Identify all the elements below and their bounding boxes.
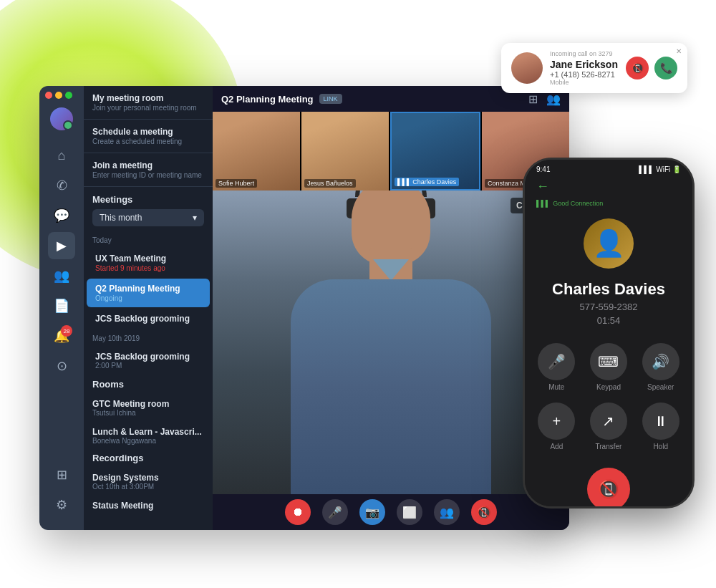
participants-view-icon[interactable]: 👥 — [546, 92, 561, 106]
meeting-item-jcs-today[interactable]: JCS Backlog grooming — [87, 309, 210, 329]
jesus-name-tag: Jesus Bañuelos — [304, 179, 356, 188]
phone-caller-avatar: 👤 — [584, 218, 634, 269]
jcs-may-time: 2:00 PM — [95, 362, 201, 370]
notification-badge: 28 — [61, 325, 72, 337]
phone-add-label: Add — [550, 443, 563, 450]
schedule-meeting-sub: Create a scheduled meeting — [92, 138, 204, 145]
gtc-room-title: GTC Meeting room — [92, 399, 204, 409]
sofie-name-tag: Sofie Hubert — [216, 179, 257, 188]
accept-call-button[interactable]: 📞 — [654, 57, 677, 79]
phone-back-button[interactable]: ← — [536, 179, 549, 194]
video-area: Q2 Planning Meeting LINK ⊞ 👥 Sofie Huber… — [213, 86, 569, 530]
phone-signal-icon: ▌▌▌ WiFi 🔋 — [639, 165, 681, 173]
sidebar-item-grid[interactable]: ⊞ — [48, 461, 75, 488]
close-traffic-light[interactable] — [45, 92, 52, 99]
gtc-room-sub: Tsutsui Ichina — [92, 409, 204, 417]
sidebar-item-bell[interactable]: 🔔 28 — [48, 322, 75, 350]
user-avatar[interactable] — [50, 107, 73, 130]
room-item-gtc[interactable]: GTC Meeting room Tsutsui Ichina — [84, 394, 213, 422]
signal-bars-icon: ▌▌▌ — [536, 200, 550, 207]
record-button[interactable]: ⏺ — [285, 499, 311, 525]
phone-keypad-label: Keypad — [596, 383, 621, 391]
ux-meeting-status: Started 9 minutes ago — [95, 264, 201, 272]
phone-status-bar: 9:41 ▌▌▌ WiFi 🔋 — [536, 165, 681, 173]
connection-status: ▌▌▌ Good Connection — [536, 200, 603, 207]
meeting-item-jcs-may[interactable]: JCS Backlog grooming 2:00 PM — [87, 347, 210, 375]
sidebar-item-settings[interactable]: ⚙ — [48, 491, 75, 519]
sidebar-item-contacts[interactable]: 👥 — [48, 262, 75, 289]
call-type: Mobile — [550, 79, 620, 86]
phone-time: 9:41 — [536, 165, 550, 173]
lunch-room-title: Lunch & Learn - Javascri... — [92, 427, 204, 437]
phone-hold-icon: ⏸ — [642, 403, 679, 440]
my-meeting-room-sub: Join your personal meeting room — [92, 104, 204, 112]
today-label: Today — [84, 232, 213, 247]
phone-transfer-label: Transfer — [596, 443, 622, 450]
caller-name: Jane Erickson — [550, 59, 620, 70]
participant-thumb-sofie[interactable]: Sofie Hubert — [213, 112, 300, 191]
phone-device: 9:41 ▌▌▌ WiFi 🔋 ← ▌▌▌ Good Connection 👤 … — [523, 158, 695, 509]
sidebar-bottom: ⊞ ⚙ — [48, 461, 75, 530]
mute-button[interactable]: 🎤 — [322, 499, 348, 525]
phone-keypad-button[interactable]: ⌨ Keypad — [589, 343, 629, 391]
my-meeting-room-action[interactable]: My meeting room Join your personal meeti… — [84, 86, 213, 120]
lunch-room-sub: Bonelwa Nggawana — [92, 437, 204, 445]
sidebar-item-chat[interactable]: 💬 — [48, 202, 75, 229]
sidebar: ⌂ ✆ 💬 ▶ 👥 📄 🔔 28 ⊙ ⊞ ⚙ — [39, 86, 84, 530]
sidebar-item-phone[interactable]: ✆ — [48, 172, 75, 199]
minimize-traffic-light[interactable] — [55, 92, 62, 99]
video-controls: ⏺ 🎤 📷 ⬜ 👥 📵 — [213, 494, 569, 530]
grid-view-icon[interactable]: ⊞ — [528, 92, 538, 106]
participants-row: Sofie Hubert Jesus Bañuelos ▌▌▌ Charles … — [213, 112, 569, 191]
caller-avatar — [511, 52, 543, 84]
join-meeting-action[interactable]: Join a meeting Enter meeting ID or meeti… — [84, 153, 213, 187]
phone-transfer-icon: ↗ — [590, 403, 627, 440]
topbar-icons: ⊞ 👥 — [528, 92, 561, 106]
phone-speaker-icon: 🔊 — [642, 343, 679, 380]
jcs-may-title: JCS Backlog grooming — [95, 352, 201, 362]
phone-mute-button[interactable]: 🎤 Mute — [536, 343, 577, 391]
phone-hold-button[interactable]: ⏸ Hold — [640, 403, 681, 450]
phone-speaker-button[interactable]: 🔊 Speaker — [640, 343, 681, 391]
decline-call-button[interactable]: 📵 — [626, 57, 649, 79]
main-video: Charles D — [213, 191, 569, 494]
meeting-item-ux-team[interactable]: UX Team Meeting Started 9 minutes ago — [87, 249, 210, 277]
meetings-filter-dropdown[interactable]: This month ▾ — [92, 209, 204, 226]
end-call-button[interactable]: 📵 — [471, 499, 497, 525]
phone-add-icon: + — [538, 403, 575, 440]
my-meeting-room-title: My meeting room — [92, 93, 204, 103]
phone-speaker-label: Speaker — [647, 383, 674, 391]
phone-add-button[interactable]: + Add — [536, 403, 577, 450]
add-participants-button[interactable]: 👥 — [434, 499, 460, 525]
notif-content: Incoming call on 3279 Jane Erickson +1 (… — [550, 50, 620, 86]
maximize-traffic-light[interactable] — [65, 92, 72, 99]
room-item-lunch[interactable]: Lunch & Learn - Javascri... Bonelwa Ngga… — [84, 422, 213, 450]
sidebar-item-video[interactable]: ▶ — [48, 232, 75, 259]
phone-keypad-icon: ⌨ — [590, 343, 627, 380]
design-recording-sub: Oct 10th at 3:00PM — [92, 483, 204, 491]
charles-name-tag: ▌▌▌ Charles Davies — [395, 178, 459, 186]
schedule-meeting-action[interactable]: Schedule a meeting Create a scheduled me… — [84, 120, 213, 153]
recordings-section-title: Recordings — [84, 450, 213, 468]
recording-item-status[interactable]: Status Meeting — [84, 496, 213, 516]
q2-meeting-title: Q2 Planning Meeting — [95, 284, 201, 294]
participant-thumb-jesus[interactable]: Jesus Bañuelos — [301, 112, 389, 191]
notif-close-icon[interactable]: ✕ — [676, 47, 682, 55]
sidebar-item-voicemail[interactable]: ⊙ — [48, 352, 75, 380]
screen-share-button[interactable]: ⬜ — [397, 499, 422, 525]
phone-transfer-button[interactable]: ↗ Transfer — [589, 403, 629, 450]
desktop-app: ⌂ ✆ 💬 ▶ 👥 📄 🔔 28 ⊙ ⊞ ⚙ My meeting room J… — [39, 86, 569, 530]
participant-thumb-charles[interactable]: ▌▌▌ Charles Davies — [390, 112, 480, 191]
video-button[interactable]: 📷 — [359, 499, 385, 525]
phone-caller-name: Charles Davies — [552, 280, 665, 299]
sidebar-item-files[interactable]: 📄 — [48, 292, 75, 319]
meetings-section-title: Meetings — [84, 187, 213, 209]
sidebar-item-home[interactable]: ⌂ — [48, 142, 75, 169]
incoming-call-notification: ✕ Incoming call on 3279 Jane Erickson +1… — [501, 43, 687, 93]
recording-item-design[interactable]: Design Systems Oct 10th at 3:00PM — [84, 468, 213, 496]
phone-end-call-button[interactable]: 📵 — [587, 468, 630, 509]
design-recording-title: Design Systems — [92, 473, 204, 483]
meeting-item-q2[interactable]: Q2 Planning Meeting Ongoing — [87, 279, 210, 307]
caller-number: +1 (418) 526-8271 — [550, 70, 620, 79]
rooms-section-title: Rooms — [84, 376, 213, 394]
